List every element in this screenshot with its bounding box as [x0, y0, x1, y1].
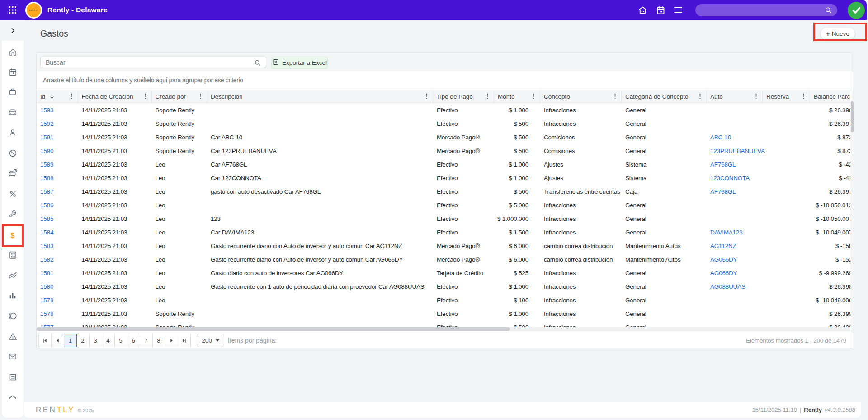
column-menu-icon[interactable]	[142, 92, 149, 100]
pager-page-5[interactable]: 5	[114, 334, 127, 347]
auto-link[interactable]: AG088UUAS	[710, 283, 745, 290]
vertical-scrollbar-thumb[interactable]	[851, 101, 854, 132]
home-icon[interactable]	[637, 5, 648, 15]
id-link[interactable]: 1577	[40, 324, 53, 328]
auto-link[interactable]: 123CONNOTA	[710, 175, 750, 181]
org-avatar[interactable]: RENTLY	[25, 2, 42, 19]
pager-page-6[interactable]: 6	[127, 334, 140, 347]
id-link[interactable]: 1582	[40, 256, 53, 263]
auto-link[interactable]: ABC-10	[710, 134, 731, 141]
auto-link[interactable]: DAVIMA123	[710, 229, 742, 236]
sidebar-item-car-alert[interactable]	[2, 163, 24, 183]
pager-page-2[interactable]: 2	[76, 334, 90, 347]
table-row[interactable]: 159114/11/2025 21:03Soporte RentlyCar AB…	[37, 130, 850, 144]
table-row[interactable]: 157713/11/2025 21:03Soporte RentlyEfecti…	[37, 320, 850, 327]
auto-link[interactable]: AG066DY	[710, 256, 737, 263]
id-link[interactable]: 1580	[40, 283, 53, 290]
column-header-1[interactable]: Id	[37, 90, 78, 103]
id-link[interactable]: 1583	[40, 243, 53, 249]
id-link[interactable]: 1578	[40, 310, 53, 317]
sidebar-item-dollar[interactable]: $	[2, 226, 24, 246]
table-row[interactable]: 158914/11/2025 21:03LeoCar AF768GLEfecti…	[37, 158, 850, 171]
column-menu-icon[interactable]	[484, 92, 491, 100]
auto-link[interactable]: AF768GL	[710, 161, 736, 168]
column-header-4[interactable]: Descripción	[207, 90, 433, 103]
sidebar-item-briefcase[interactable]	[2, 82, 24, 102]
id-link[interactable]: 1593	[40, 107, 53, 114]
table-row[interactable]: 157813/11/2025 21:03Soporte RentlyEfecti…	[37, 307, 850, 320]
search-input[interactable]	[41, 57, 266, 68]
horizontal-scrollbar-thumb[interactable]	[37, 327, 510, 331]
menu-icon[interactable]	[673, 5, 684, 15]
column-menu-icon[interactable]	[197, 92, 204, 100]
table-row[interactable]: 158514/11/2025 21:03Leo123Efectivo$ 1.00…	[37, 212, 850, 225]
column-header-5[interactable]: Tipo de Pago	[433, 90, 494, 103]
pager-first-button[interactable]	[38, 334, 52, 347]
table-row[interactable]: 158614/11/2025 21:03LeoEfectivo$ 5.000In…	[37, 198, 850, 212]
id-link[interactable]: 1589	[40, 161, 53, 168]
id-link[interactable]: 1585	[40, 215, 53, 222]
table-row[interactable]: 158014/11/2025 21:03LeoGasto recurrente …	[37, 280, 850, 293]
table-row[interactable]: 159214/11/2025 21:03Soporte RentlyEfecti…	[37, 117, 850, 130]
id-link[interactable]: 1590	[40, 148, 53, 154]
sidebar-item-wrench[interactable]	[2, 204, 24, 224]
pager-next-button[interactable]	[165, 334, 178, 347]
table-row[interactable]: 159314/11/2025 21:03Soporte RentlyEfecti…	[37, 103, 850, 117]
sidebar-item-disc[interactable]	[2, 306, 24, 326]
column-menu-icon[interactable]	[800, 92, 807, 100]
table-row[interactable]: 157914/11/2025 21:03LeoEfectivo$ 100Infr…	[37, 293, 850, 307]
export-excel-button[interactable]: Exportar a Excel	[271, 57, 328, 69]
table-row[interactable]: 158814/11/2025 21:03LeoCar 123CONNOTAEfe…	[37, 171, 850, 185]
auto-link[interactable]: AF768GL	[710, 188, 736, 195]
column-header-6[interactable]: Monto	[494, 90, 540, 103]
id-link[interactable]: 1591	[40, 134, 53, 141]
table-row[interactable]: 158714/11/2025 21:03Leogasto con auto de…	[37, 185, 850, 198]
column-header-9[interactable]: Auto	[707, 90, 763, 103]
sidebar-item-roof[interactable]	[2, 388, 24, 399]
auto-link[interactable]: AG112NZ	[710, 243, 736, 249]
pager-page-8[interactable]: 8	[152, 334, 165, 347]
table-row[interactable]: 158414/11/2025 21:03LeoCar DAVIMA123Efec…	[37, 225, 850, 239]
auto-link[interactable]: 123PRUEBANUEVA	[710, 148, 765, 154]
column-menu-icon[interactable]	[530, 92, 538, 100]
table-row[interactable]: 158314/11/2025 21:03LeoGasto recurrente …	[37, 239, 850, 253]
column-menu-icon[interactable]	[611, 92, 619, 100]
column-menu-icon[interactable]	[423, 92, 430, 100]
sidebar-item-warning[interactable]	[2, 326, 24, 346]
pager-last-button[interactable]	[178, 334, 191, 347]
id-link[interactable]: 1587	[40, 188, 53, 195]
pager-page-4[interactable]: 4	[102, 334, 115, 347]
apps-grid-icon[interactable]	[7, 5, 18, 15]
topbar-search-input[interactable]	[695, 4, 837, 16]
pager-page-1[interactable]: 1	[64, 334, 77, 347]
sidebar-item-calendar[interactable]	[2, 62, 24, 82]
auto-link[interactable]: AG066DY	[710, 270, 737, 277]
sidebar-item-bar-chart[interactable]	[2, 286, 24, 305]
sidebar-item-car[interactable]	[2, 102, 24, 122]
column-header-8[interactable]: Categoría de Concepto	[622, 90, 707, 103]
table-row[interactable]: 159014/11/2025 21:03Soporte RentlyCar 12…	[37, 144, 850, 158]
column-menu-icon[interactable]	[696, 92, 704, 100]
column-header-10[interactable]: Reserva	[763, 90, 810, 103]
sidebar-item-trending[interactable]	[2, 265, 24, 285]
id-link[interactable]: 1579	[40, 297, 53, 304]
sidebar-item-receipt[interactable]	[2, 367, 24, 387]
id-link[interactable]: 1592	[40, 120, 53, 127]
id-link[interactable]: 1586	[40, 202, 53, 209]
column-header-3[interactable]: Creado por	[152, 90, 208, 103]
sidebar-expand-button[interactable]	[2, 20, 24, 41]
table-row[interactable]: 158114/11/2025 21:03LeoGasto diario con …	[37, 266, 850, 280]
column-header-7[interactable]: Concepto	[540, 90, 622, 103]
pager-prev-button[interactable]	[51, 334, 64, 347]
sidebar-item-calculator[interactable]	[2, 245, 24, 265]
table-row[interactable]: 158214/11/2025 21:03LeoGasto recurrente …	[37, 253, 850, 266]
pager-page-3[interactable]: 3	[89, 334, 102, 347]
new-button[interactable]: +Nuevo	[821, 28, 855, 40]
column-header-2[interactable]: Fecha de Creación	[78, 90, 152, 103]
column-header-11[interactable]: Balance Parcial	[810, 90, 850, 103]
sidebar-item-percent[interactable]	[2, 184, 24, 204]
column-menu-icon[interactable]	[68, 92, 75, 100]
page-size-select[interactable]: 200	[197, 334, 224, 347]
pager-page-7[interactable]: 7	[140, 334, 153, 347]
id-link[interactable]: 1588	[40, 175, 53, 181]
